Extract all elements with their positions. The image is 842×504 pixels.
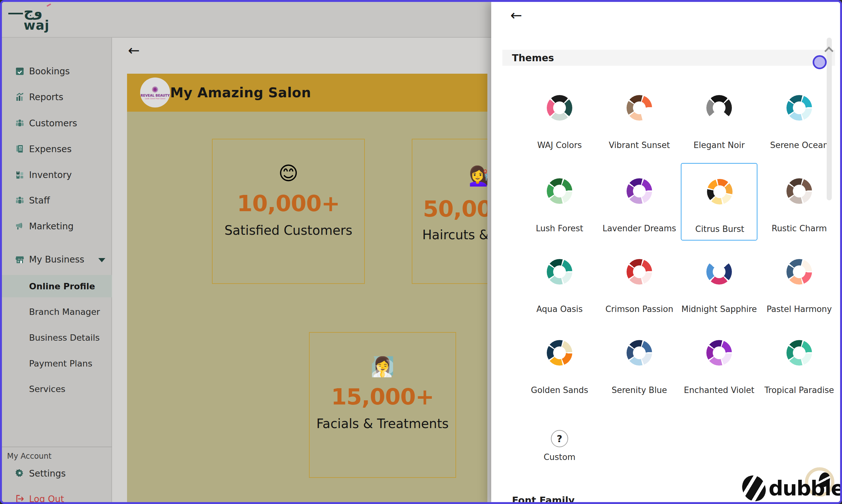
sidebar-divider xyxy=(2,447,112,447)
theme-label: Custom xyxy=(521,452,598,462)
salon-avatar-title: REVEAL BEAUTY xyxy=(141,94,170,97)
theme-item-vibrant-sunset[interactable]: Vibrant Sunset xyxy=(601,80,678,157)
sidebar-item-customers[interactable]: Customers xyxy=(2,114,112,132)
stat-card-inner: 😊10,000+Satisfied Customers xyxy=(213,139,364,238)
back-arrow-icon[interactable]: ← xyxy=(128,43,140,57)
question-glyph: ? xyxy=(557,433,562,444)
stat-card: 😊10,000+Satisfied Customers xyxy=(212,139,365,284)
theme-item-elegant-noir[interactable]: Elegant Noir xyxy=(681,80,757,157)
sidebar-item-label: Reports xyxy=(29,92,63,102)
sidebar-subitem-payment-plans[interactable]: Payment Plans xyxy=(2,355,112,372)
salon-name: My Amazing Salon xyxy=(170,74,311,112)
themes-panel: ← Themes WAJ ColorsVibrant SunsetElegant… xyxy=(491,2,842,504)
sidebar-item-staff[interactable]: Staff xyxy=(2,192,112,209)
logo-accent-mark xyxy=(47,3,51,7)
theme-item-pastel-harmony[interactable]: Pastel Harmony xyxy=(761,244,838,321)
stat-card-inner: 🧖‍♀️15,000+Facials & Treatments xyxy=(310,333,455,432)
question-icon: ? xyxy=(551,430,568,447)
sidebar-item-label: Expenses xyxy=(29,144,71,155)
theme-label: Serene Ocean xyxy=(761,140,838,150)
customers-icon xyxy=(15,118,25,128)
my-account-section-label: My Account xyxy=(7,452,51,461)
donut-hole xyxy=(713,265,725,278)
dubble-watermark: dubble xyxy=(742,475,842,501)
stat-label: Satisfied Customers xyxy=(224,222,352,238)
salon-avatar: ✺ REVEAL BEAUTY Look Good Feel Good xyxy=(140,77,170,108)
sidebar-item-label: Log Out xyxy=(29,494,64,504)
sidebar-item-reports[interactable]: Reports xyxy=(2,88,112,106)
donut-hole xyxy=(793,346,806,359)
font-family-section-title: Font Family xyxy=(512,495,575,504)
sidebar-item-marketing[interactable]: Marketing xyxy=(2,217,112,235)
sidebar-item-label: Bookings xyxy=(29,66,70,76)
sidebar-item-expenses[interactable]: $Expenses xyxy=(2,140,112,158)
panel-back-arrow-icon[interactable]: ← xyxy=(510,8,522,22)
donut-hole xyxy=(553,185,566,197)
sidebar-subitem-branch-manager[interactable]: Branch Manager xyxy=(2,303,112,320)
dubble-logo-icon xyxy=(739,473,768,504)
theme-item-rustic-charm[interactable]: Rustic Charm xyxy=(761,163,838,240)
theme-item-aqua-oasis[interactable]: Aqua Oasis xyxy=(521,244,598,321)
sidebar-item-my-business[interactable]: My Business xyxy=(2,250,112,268)
donut-hole xyxy=(713,102,725,114)
theme-item-serene-ocean[interactable]: Serene Ocean xyxy=(761,80,838,157)
sidebar-subitem-label: Business Details xyxy=(29,333,100,343)
stat-label: Facials & Treatments xyxy=(316,416,449,432)
theme-label: Rustic Charm xyxy=(761,223,838,233)
theme-item-custom[interactable]: ? Custom xyxy=(521,417,598,468)
theme-item-midnight-sapphire[interactable]: Midnight Sapphire xyxy=(681,244,757,321)
theme-label: Crimson Passion xyxy=(601,304,678,314)
sidebar-subitem-online-profile[interactable]: Online Profile xyxy=(2,277,112,295)
stat-card: 🧖‍♀️15,000+Facials & Treatments xyxy=(309,332,456,478)
theme-label: Serenity Blue xyxy=(601,385,678,395)
theme-item-enchanted-violet[interactable]: Enchanted Violet xyxy=(681,325,757,402)
panel-scrollbar[interactable] xyxy=(827,38,832,200)
sidebar-item-settings[interactable]: Settings xyxy=(2,465,112,482)
theme-swatch-donut xyxy=(627,340,652,365)
main-content: ← ✺ REVEAL BEAUTY Look Good Feel Good My… xyxy=(112,38,487,502)
salon-avatar-logo-mark: ✺ xyxy=(152,86,159,94)
waj-logo-arabic: وج xyxy=(24,4,42,18)
theme-item-serenity-blue[interactable]: Serenity Blue xyxy=(601,325,678,402)
sidebar: BookingsReportsCustomers$ExpensesInvento… xyxy=(2,38,112,502)
donut-hole xyxy=(633,346,646,359)
page: وج waj BookingsReportsCustomers$Expenses… xyxy=(0,0,842,504)
logout-icon xyxy=(15,494,25,504)
donut-hole xyxy=(633,265,646,278)
stat-label: Haircuts & xyxy=(422,227,487,243)
theme-item-waj-colors[interactable]: WAJ Colors xyxy=(521,80,598,157)
sidebar-subitem-services[interactable]: Services xyxy=(2,380,112,397)
theme-swatch-donut xyxy=(627,259,652,285)
theme-swatch-donut xyxy=(706,340,732,365)
theme-item-crimson-passion[interactable]: Crimson Passion xyxy=(601,244,678,321)
theme-swatch-donut xyxy=(787,259,812,285)
sidebar-item-logout[interactable]: Log Out xyxy=(2,490,112,504)
theme-swatch-donut xyxy=(706,95,732,121)
theme-item-tropical-paradise[interactable]: Tropical Paradise xyxy=(761,325,838,402)
waj-logo[interactable]: وج waj xyxy=(18,4,60,36)
sidebar-item-label: Customers xyxy=(29,118,77,129)
theme-label: Tropical Paradise xyxy=(761,385,838,395)
sidebar-item-label: My Business xyxy=(29,254,84,265)
themes-header: Themes xyxy=(503,50,835,66)
salon-page-body: 😊10,000+Satisfied Customers💇‍♀️50,00Hair… xyxy=(127,112,487,502)
theme-label: Citrus Burst xyxy=(682,224,758,234)
theme-item-lush-forest[interactable]: Lush Forest xyxy=(521,163,598,240)
store-icon xyxy=(15,254,25,265)
sidebar-item-inventory[interactable]: Inventory xyxy=(2,166,112,184)
theme-swatch-donut xyxy=(547,340,572,365)
sidebar-item-label: Settings xyxy=(29,468,66,479)
sidebar-subitem-business-details[interactable]: Business Details xyxy=(2,329,112,346)
donut-hole xyxy=(553,346,566,359)
stat-emoji: 🧖‍♀️ xyxy=(371,357,394,376)
theme-label: Enchanted Violet xyxy=(681,385,757,395)
theme-swatch-donut xyxy=(627,95,652,121)
theme-item-golden-sands[interactable]: Golden Sands xyxy=(521,325,598,402)
theme-item-citrus-burst[interactable]: Citrus Burst xyxy=(681,163,757,240)
gear-icon xyxy=(15,468,25,479)
theme-item-lavender-dreams[interactable]: Lavender Dreams xyxy=(601,163,678,240)
sidebar-item-bookings[interactable]: Bookings xyxy=(2,62,112,80)
sidebar-subitem-label: Services xyxy=(29,384,66,394)
donut-hole xyxy=(633,185,646,197)
touch-cursor-indicator xyxy=(813,55,827,69)
